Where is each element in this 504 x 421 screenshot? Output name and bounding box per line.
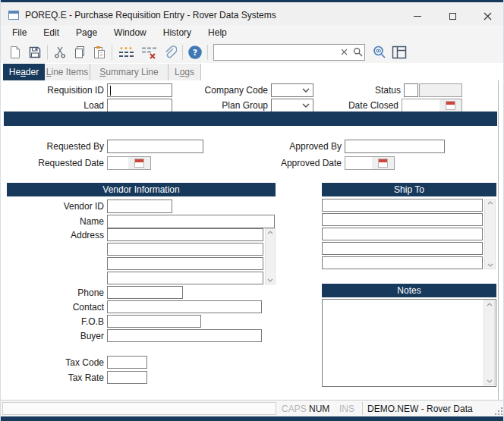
vendor-address-line-2-input[interactable] bbox=[107, 243, 263, 256]
vendor-fob-input[interactable] bbox=[107, 315, 201, 328]
approved-by-input[interactable] bbox=[345, 140, 445, 153]
vendor-buyer-input[interactable] bbox=[107, 329, 262, 342]
close-button[interactable] bbox=[470, 5, 504, 27]
load-input[interactable] bbox=[107, 99, 172, 112]
lookup-button[interactable] bbox=[370, 43, 389, 61]
status-description-field bbox=[419, 83, 462, 97]
requisition-id-input[interactable] bbox=[107, 83, 172, 97]
tab-logs[interactable]: Logs bbox=[169, 64, 201, 80]
vendor-buyer-label: Buyer bbox=[8, 329, 104, 343]
vendor-id-input[interactable] bbox=[107, 200, 172, 213]
vendor-contact-input[interactable] bbox=[107, 300, 262, 313]
copy-icon bbox=[73, 46, 87, 59]
ship-to-scrollbar[interactable] bbox=[484, 199, 496, 269]
paste-button[interactable] bbox=[90, 43, 109, 61]
plan-group-select[interactable] bbox=[271, 99, 313, 112]
browse-layout-button[interactable] bbox=[389, 43, 409, 61]
requested-date-text[interactable] bbox=[108, 157, 128, 169]
scroll-up-icon bbox=[487, 303, 493, 306]
resize-grip-icon[interactable] bbox=[494, 407, 503, 416]
status-code-input[interactable] bbox=[404, 83, 418, 97]
requisition-id-field[interactable] bbox=[107, 83, 172, 97]
vendor-name-input[interactable] bbox=[107, 215, 275, 228]
vendor-address-line-3-input[interactable] bbox=[107, 257, 263, 270]
help-button[interactable]: ? bbox=[185, 43, 205, 61]
tab-header-label: der bbox=[26, 67, 39, 77]
calendar-icon bbox=[378, 159, 388, 168]
status-bar-separator bbox=[362, 402, 363, 415]
vendor-address-line-1-input[interactable] bbox=[107, 228, 263, 241]
approved-by-label: Approved By bbox=[251, 140, 342, 153]
search-input[interactable] bbox=[214, 46, 338, 59]
menu-edit[interactable]: Edit bbox=[35, 25, 68, 41]
menu-file[interactable]: File bbox=[4, 25, 35, 41]
insert-rows-icon bbox=[118, 46, 134, 59]
toolbar-separator bbox=[47, 45, 48, 60]
scroll-down-icon bbox=[487, 263, 493, 267]
cut-button[interactable] bbox=[50, 43, 70, 61]
minimize-button[interactable] bbox=[400, 5, 435, 27]
tax-rate-input[interactable] bbox=[107, 371, 147, 384]
date-closed-label: Date Closed bbox=[320, 99, 398, 112]
vendor-information-header: Vendor Information bbox=[7, 183, 276, 196]
requested-date-input[interactable] bbox=[107, 156, 151, 170]
chevron-down-icon bbox=[302, 103, 310, 108]
date-closed-input[interactable] bbox=[402, 99, 462, 112]
insert-rows-button[interactable] bbox=[115, 43, 137, 61]
notes-scrollbar[interactable] bbox=[484, 300, 495, 385]
menu-help[interactable]: Help bbox=[200, 25, 235, 41]
calendar-icon bbox=[446, 101, 455, 110]
tab-header-label: He bbox=[9, 67, 20, 77]
paste-icon bbox=[93, 46, 106, 59]
clear-search-button[interactable] bbox=[338, 46, 351, 59]
window-title: POREQ.E - Purchase Requisition Entry - R… bbox=[25, 10, 276, 20]
clear-search-icon bbox=[341, 49, 348, 55]
tax-code-input[interactable] bbox=[107, 356, 147, 369]
svg-text:?: ? bbox=[193, 48, 197, 58]
vendor-address-scrollbar[interactable] bbox=[265, 228, 276, 284]
menu-history[interactable]: History bbox=[155, 25, 200, 41]
approved-date-picker-button[interactable] bbox=[372, 157, 394, 169]
date-closed-picker-button[interactable] bbox=[439, 99, 461, 112]
ship-to-line-2-input[interactable] bbox=[322, 213, 483, 226]
ship-to-line-1-input[interactable] bbox=[322, 199, 483, 212]
tab-summary-line-item[interactable]: Summary Line Item bbox=[90, 64, 169, 80]
tax-rate-label: Tax Rate bbox=[8, 371, 104, 385]
tab-line-items[interactable]: Line Items bbox=[45, 64, 90, 80]
save-button[interactable] bbox=[25, 43, 45, 61]
scroll-up-icon bbox=[267, 231, 273, 234]
tab-header[interactable]: Header bbox=[3, 64, 45, 80]
copy-button[interactable] bbox=[70, 43, 90, 61]
company-code-select[interactable] bbox=[271, 83, 313, 97]
vendor-address-label: Address bbox=[8, 228, 104, 242]
vendor-phone-input[interactable] bbox=[107, 286, 183, 299]
approved-date-input[interactable] bbox=[345, 156, 395, 170]
status-message-panel bbox=[2, 402, 276, 415]
attachment-button[interactable] bbox=[160, 43, 180, 61]
vendor-address-line-4-input[interactable] bbox=[107, 272, 263, 284]
date-closed-text[interactable] bbox=[402, 99, 439, 112]
notes-textarea[interactable] bbox=[322, 299, 496, 387]
requisition-id-label: Requisition ID bbox=[8, 83, 104, 97]
new-document-button[interactable] bbox=[5, 43, 25, 61]
menu-window[interactable]: Window bbox=[106, 25, 155, 41]
title-bar[interactable]: POREQ.E - Purchase Requisition Entry - R… bbox=[1, 2, 504, 25]
ship-to-line-5-input[interactable] bbox=[322, 256, 483, 269]
tab-strip: Header Line Items Summary Line Item Logs bbox=[1, 64, 504, 80]
requested-date-label: Requested Date bbox=[8, 156, 104, 170]
ship-to-line-4-input[interactable] bbox=[322, 242, 483, 255]
approved-date-text[interactable] bbox=[345, 157, 372, 169]
tab-line-items-label: ine Items bbox=[52, 67, 89, 77]
delete-rows-button[interactable] bbox=[137, 43, 160, 61]
search-button[interactable] bbox=[351, 46, 365, 59]
ship-to-line-3-input[interactable] bbox=[322, 228, 483, 240]
requested-by-input[interactable] bbox=[107, 140, 203, 153]
maximize-button[interactable] bbox=[435, 5, 470, 27]
menu-page[interactable]: Page bbox=[68, 25, 106, 41]
calendar-icon bbox=[134, 159, 144, 168]
company-code-label: Company Code bbox=[183, 83, 268, 97]
status-label: Status bbox=[320, 83, 401, 97]
tab-line-items-accel: L bbox=[46, 67, 52, 77]
vendor-phone-label: Phone bbox=[8, 286, 104, 300]
requested-date-picker-button[interactable] bbox=[128, 157, 150, 169]
